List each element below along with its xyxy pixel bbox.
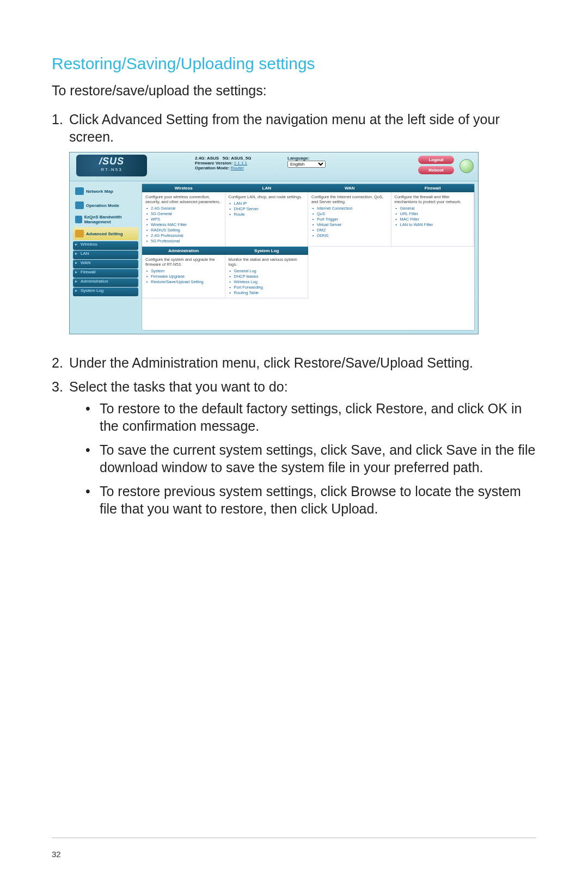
col-desc: Configure your wireless connection, secu…: [145, 194, 222, 204]
model-text: RT-N53: [76, 167, 147, 172]
nav-operation-mode[interactable]: Operation Mode: [73, 199, 138, 212]
link-item[interactable]: Port Trigger: [317, 217, 388, 222]
bullet-c: To restore previous system settings, cli…: [100, 482, 536, 517]
mode-icon: [75, 201, 84, 209]
header-info: 2.4G: ASUS 5G: ASUS_5G Firmware Version:…: [195, 156, 252, 170]
link-item[interactable]: DDNS: [317, 233, 388, 238]
link-item[interactable]: General: [400, 206, 471, 211]
hdr-5g-val: ASUS_5G: [231, 156, 251, 161]
link-item[interactable]: DMZ: [317, 228, 388, 233]
link-item[interactable]: 2.4G Professional: [151, 233, 222, 238]
link-item[interactable]: Port Forwarding: [234, 285, 305, 290]
link-item[interactable]: Route: [234, 212, 305, 217]
op-link[interactable]: Router: [231, 166, 244, 170]
subnav-lan[interactable]: LAN: [73, 250, 138, 259]
step-1: Click Advanced Setting from the navigati…: [69, 111, 536, 145]
router-content: Wireless LAN WAN Firewall Configure your…: [142, 184, 475, 331]
fw-label: Firmware Version:: [195, 161, 232, 166]
col-wan-head: WAN: [308, 184, 391, 192]
nav-ezqos[interactable]: EzQoS Bandwidth Management: [73, 213, 138, 226]
link-item[interactable]: Internet Connection: [317, 206, 388, 211]
page-number: 32: [52, 850, 61, 859]
qos-icon: [75, 216, 82, 223]
advanced-icon: [75, 230, 84, 237]
subnav-firewall[interactable]: Firewall: [73, 269, 138, 278]
col-syslog-head: System Log: [225, 247, 309, 255]
language-block: Language: English: [287, 156, 326, 168]
hdr-24g-label: 2.4G:: [195, 156, 206, 161]
link-item[interactable]: Virtual Server: [317, 222, 388, 227]
bullet-dot: •: [85, 482, 100, 517]
op-label: Operation Mode:: [195, 166, 230, 170]
step-2: Under the Administration menu, click Res…: [69, 354, 536, 371]
bullet-dot: •: [85, 441, 100, 476]
col-lan-head: LAN: [225, 184, 309, 192]
step-number: 1.: [52, 111, 69, 145]
bullet-dot: •: [85, 400, 100, 435]
link-item[interactable]: LAN IP: [234, 201, 305, 206]
step-3-text: Select the tasks that you want to do:: [69, 379, 288, 394]
link-item[interactable]: 5G General: [151, 211, 222, 216]
footer-rule: [52, 838, 536, 838]
bullet-b: To save the current system settings, cli…: [100, 441, 536, 476]
step-number: 3.: [52, 378, 69, 524]
nav-network-map[interactable]: Network Map: [73, 185, 138, 198]
col-firewall-head: Firewall: [391, 184, 475, 192]
link-item[interactable]: Restore/Save/Upload Setting: [151, 279, 222, 284]
subnav-wan[interactable]: WAN: [73, 260, 138, 268]
nav-label: Operation Mode: [86, 203, 119, 208]
col-desc: Configure the Internet connection, QoS, …: [311, 194, 388, 204]
link-item[interactable]: Routing Table: [234, 290, 305, 295]
link-item[interactable]: URL Filter: [400, 211, 471, 216]
link-item[interactable]: DHCP leases: [234, 274, 305, 279]
link-item[interactable]: LAN to WAN Filter: [400, 222, 471, 227]
subnav-administration[interactable]: Administration: [73, 278, 138, 287]
col-desc: Configure the firewall and filter mechan…: [395, 194, 471, 204]
language-select[interactable]: English: [287, 161, 326, 168]
hdr-24g-val: ASUS: [207, 156, 219, 161]
link-item[interactable]: 5G Professional: [151, 239, 222, 243]
link-item[interactable]: MAC Filter: [400, 217, 471, 222]
link-item[interactable]: System: [151, 268, 222, 273]
subnav-wireless[interactable]: Wireless: [73, 241, 138, 250]
col-desc: Configure LAN, dhcp, and route settings.: [229, 194, 305, 199]
nav-label: EzQoS Bandwidth Management: [84, 215, 136, 224]
router-logo: /SUS RT-N53: [76, 155, 147, 176]
nav-advanced-setting[interactable]: Advanced Setting: [73, 227, 138, 240]
col-wireless-head: Wireless: [142, 184, 225, 192]
col-admin-head: Administration: [142, 247, 225, 255]
link-item[interactable]: Wireless Log: [234, 279, 305, 284]
col-wan: Configure the Internet connection, QoS, …: [308, 192, 391, 247]
col-wireless: Configure your wireless connection, secu…: [142, 192, 225, 247]
router-nav: Network Map Operation Mode EzQoS Bandwid…: [70, 181, 142, 334]
subnav-system-log[interactable]: System Log: [73, 288, 138, 296]
link-item[interactable]: Firmware Upgrade: [151, 274, 222, 279]
col-desc: Configure the system and upgrade the fir…: [145, 257, 222, 267]
link-item[interactable]: 2.4G General: [151, 206, 222, 211]
col-desc: Monitor the status and various system lo…: [229, 257, 305, 267]
logout-button[interactable]: Logout: [418, 156, 454, 164]
section-heading: Restoring/Saving/Uploading settings: [52, 54, 536, 73]
link-item[interactable]: WPS: [151, 217, 222, 222]
lang-label: Language:: [287, 156, 326, 161]
col-lan: Configure LAN, dhcp, and route settings.…: [225, 192, 309, 247]
intro-text: To restore/save/upload the settings:: [52, 83, 536, 99]
network-icon: [75, 187, 84, 195]
col-admin: Configure the system and upgrade the fir…: [142, 255, 225, 298]
link-item[interactable]: QoS: [317, 211, 388, 216]
hdr-5g-label: 5G:: [223, 156, 230, 161]
router-screenshot: /SUS RT-N53 2.4G: ASUS 5G: ASUS_5G Firmw…: [69, 152, 479, 334]
link-item[interactable]: RADIUS Setting: [151, 228, 222, 233]
col-syslog: Monitor the status and various system lo…: [225, 255, 309, 298]
col-firewall: Configure the firewall and filter mechan…: [391, 192, 475, 247]
link-item[interactable]: Wireless MAC Filter: [151, 222, 222, 227]
reboot-button[interactable]: Reboot: [418, 166, 454, 174]
nav-label: Network Map: [86, 189, 113, 194]
step-number: 2.: [52, 354, 69, 371]
globe-icon: [460, 159, 474, 173]
fw-link[interactable]: 1.1.1.1: [234, 161, 247, 166]
link-item[interactable]: DHCP Server: [234, 206, 305, 211]
step-3: Select the tasks that you want to do: •T…: [69, 378, 536, 524]
bullet-a: To restore to the default factory settin…: [100, 400, 536, 435]
link-item[interactable]: General Log: [234, 268, 305, 273]
